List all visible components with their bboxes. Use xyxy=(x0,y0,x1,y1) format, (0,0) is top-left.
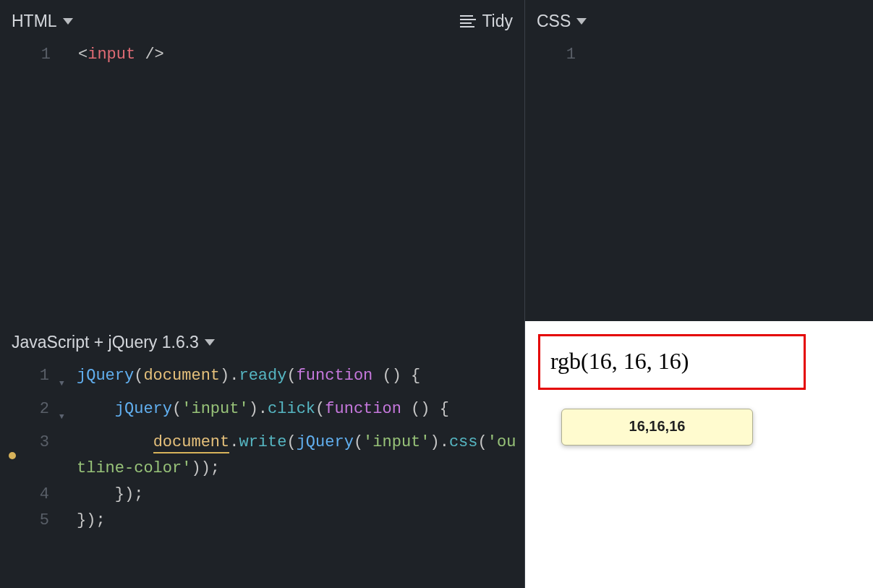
js-line: 1 ▼ jQuery(document).ready(function () { xyxy=(0,363,524,396)
html-editor[interactable]: 1 <input /> xyxy=(0,42,524,321)
css-panel: CSS 1 xyxy=(525,0,873,321)
result-input[interactable] xyxy=(538,334,806,390)
js-line: 5 }); xyxy=(0,508,524,534)
code-content: document.write(jQuery('input').css('outl… xyxy=(77,430,524,482)
css-panel-header: CSS xyxy=(525,0,873,42)
html-line: 1 <input /> xyxy=(0,42,524,68)
html-title-dropdown[interactable]: HTML xyxy=(12,12,73,31)
js-panel-header: JavaScript + jQuery 1.6.3 xyxy=(0,321,524,363)
code-content: <input /> xyxy=(78,42,524,68)
css-editor[interactable]: 1 xyxy=(525,42,873,321)
fold-toggle[interactable]: ▼ xyxy=(59,396,77,430)
chevron-down-icon xyxy=(205,339,215,346)
chevron-down-icon xyxy=(576,18,587,25)
fold-toggle[interactable]: ▼ xyxy=(59,363,77,396)
gutter-warning-icon[interactable] xyxy=(0,430,25,482)
js-panel: JavaScript + jQuery 1.6.3 1 ▼ jQuery(doc… xyxy=(0,321,524,588)
tidy-icon xyxy=(460,15,476,27)
html-panel: HTML Tidy 1 <input /> xyxy=(0,0,524,321)
code-content: jQuery('input').click(function () { xyxy=(77,396,524,430)
line-number: 1 xyxy=(540,42,586,68)
chevron-down-icon xyxy=(63,18,73,25)
css-title-dropdown[interactable]: CSS xyxy=(537,12,587,31)
code-content: }); xyxy=(77,508,524,534)
js-editor[interactable]: 1 ▼ jQuery(document).ready(function () {… xyxy=(0,363,524,588)
line-number: 1 xyxy=(25,363,59,396)
js-line: 3 document.write(jQuery('input').css('ou… xyxy=(0,430,524,482)
code-content: }); xyxy=(77,482,524,508)
js-line: 4 }); xyxy=(0,482,524,508)
html-panel-title: HTML xyxy=(12,12,57,31)
css-line: 1 xyxy=(525,42,873,68)
line-number: 4 xyxy=(25,482,59,508)
css-panel-title: CSS xyxy=(537,12,571,31)
html-panel-header: HTML Tidy xyxy=(0,0,524,42)
tidy-button[interactable]: Tidy xyxy=(460,12,513,31)
line-number: 2 xyxy=(25,396,59,430)
line-number: 3 xyxy=(25,430,59,482)
output-panel: 16,16,16 xyxy=(525,321,873,588)
js-line: 2 ▼ jQuery('input').click(function () { xyxy=(0,396,524,430)
line-number: 1 xyxy=(14,42,61,68)
line-number: 5 xyxy=(25,508,59,534)
code-content: jQuery(document).ready(function () { xyxy=(77,363,524,396)
js-panel-title: JavaScript + jQuery 1.6.3 xyxy=(12,333,199,352)
js-title-dropdown[interactable]: JavaScript + jQuery 1.6.3 xyxy=(12,333,215,352)
tidy-label: Tidy xyxy=(482,12,513,31)
autocomplete-tooltip[interactable]: 16,16,16 xyxy=(561,409,753,446)
